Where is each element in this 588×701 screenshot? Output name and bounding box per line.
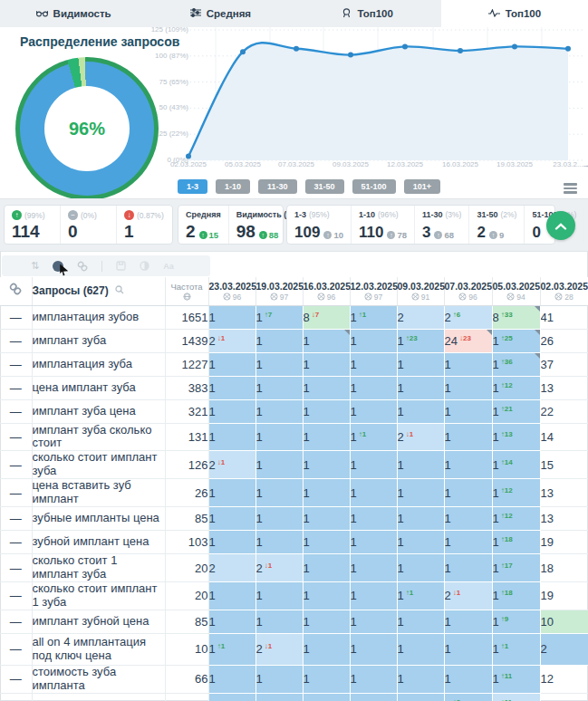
position-cell[interactable]: 1↑25 <box>492 329 540 352</box>
date-column-header[interactable]: 07.03.2025 96 <box>444 277 492 305</box>
position-cell[interactable]: 1 <box>255 665 303 693</box>
position-cell[interactable]: 1 <box>303 479 350 507</box>
position-cell[interactable]: 1 <box>208 610 255 633</box>
position-cell[interactable]: 1 <box>208 693 255 701</box>
range-button-51-100[interactable]: 51-100 <box>352 179 396 194</box>
position-cell[interactable]: 1 <box>208 479 255 507</box>
query-cell[interactable]: сколько стоит имплант 1 зуба <box>32 582 165 610</box>
position-cell[interactable]: 1 <box>255 479 303 507</box>
position-cell[interactable]: 1 <box>303 399 350 423</box>
row-drag-handle[interactable]: — <box>0 376 32 399</box>
position-cell[interactable]: 1 <box>255 531 303 554</box>
bucket-cell-31-50[interactable]: 31-50(2%) 2↑9 <box>468 206 524 244</box>
position-cell[interactable]: 1 <box>397 352 444 376</box>
row-drag-handle[interactable]: — <box>0 399 32 423</box>
query-cell[interactable]: сколько стоит имплант <box>32 693 165 701</box>
query-cell[interactable]: зубной имплант цена <box>32 531 165 554</box>
position-cell[interactable]: 1 <box>303 376 350 399</box>
query-cell[interactable]: имплант зубной цена <box>32 610 165 633</box>
position-cell[interactable]: 1 <box>397 376 444 399</box>
date-column-header[interactable]: 23.03.2025 96 <box>208 277 255 305</box>
table-row[interactable]: —имплантация зуба12271111111↑3637 <box>0 352 588 376</box>
table-row[interactable]: —имплант зубной цена851111111↑910 <box>0 610 588 633</box>
bucket-cell-1-3[interactable]: 1-3(95%) 109↑10 <box>287 206 351 244</box>
position-cell[interactable]: 1 <box>255 352 303 376</box>
position-cell[interactable]: 1 <box>255 451 303 479</box>
row-drag-handle[interactable]: — <box>0 479 32 507</box>
position-cell[interactable]: 1 <box>350 451 397 479</box>
range-button-1-3[interactable]: 1-3 <box>178 179 207 194</box>
position-cell[interactable]: 1 <box>444 399 492 423</box>
position-cell[interactable]: 1 <box>208 305 255 329</box>
position-cell[interactable]: 26 <box>540 329 588 352</box>
position-cell[interactable]: 2↓1 <box>255 554 303 582</box>
contrast-icon[interactable] <box>140 261 149 271</box>
bucket-cell-11-30[interactable]: 11-30(3%) 3↑68 <box>414 206 468 244</box>
query-cell[interactable]: сколько стоит имплант зуба <box>32 451 165 479</box>
position-cell[interactable]: 13 <box>540 376 588 399</box>
position-cell[interactable]: 3↑11 <box>492 693 540 701</box>
position-cell[interactable]: 1 <box>208 665 255 693</box>
position-cell[interactable]: 8↑33 <box>492 305 540 329</box>
position-cell[interactable]: 2 <box>208 554 255 582</box>
position-cell[interactable]: 8↓7 <box>303 305 350 329</box>
position-cell[interactable]: 1 <box>444 633 492 665</box>
position-cell[interactable]: 1 <box>444 610 492 633</box>
position-cell[interactable]: 1 <box>350 479 397 507</box>
position-cell[interactable]: 1↑2 <box>444 693 492 701</box>
position-cell[interactable]: 1↑17 <box>492 554 540 582</box>
position-cell[interactable]: 2↓1 <box>255 633 303 665</box>
position-cell[interactable]: 1 <box>208 531 255 554</box>
position-cell[interactable]: 1↑11 <box>492 665 540 693</box>
position-cell[interactable]: 1 <box>350 554 397 582</box>
position-cell[interactable]: 10 <box>540 610 588 633</box>
row-drag-handle[interactable]: — <box>0 610 32 633</box>
position-cell[interactable]: 13 <box>540 479 588 507</box>
position-cell[interactable]: 12 <box>540 665 588 693</box>
position-cell[interactable]: 1 <box>255 399 303 423</box>
position-cell[interactable]: 2↓1 <box>208 329 255 352</box>
table-row[interactable]: —имплант зуба сколько стоит1311111↑12↓11… <box>0 423 588 451</box>
row-drag-handle[interactable]: — <box>0 665 32 693</box>
view-toggle-icon[interactable] <box>53 261 63 272</box>
position-cell[interactable]: 1 <box>397 665 444 693</box>
position-cell[interactable]: 15 <box>540 451 588 479</box>
table-row[interactable]: —зубные импланты цена851111111↑1213 <box>0 507 588 531</box>
position-cell[interactable]: 1 <box>255 376 303 399</box>
position-cell[interactable]: 1 <box>255 693 303 701</box>
table-row[interactable]: —цена вставить зуб имплант261111111↑1213 <box>0 479 588 507</box>
table-row[interactable]: —сколько стоит имплант256111111↑23↑1114 <box>0 693 588 701</box>
table-row[interactable]: —сколько стоит имплант зуба1262↓1111111↑… <box>0 451 588 479</box>
table-row[interactable]: —сколько стоит 1 имплант зуба2022↓111111… <box>0 554 588 582</box>
position-cell[interactable]: 1↑23 <box>397 329 444 352</box>
position-cell[interactable]: 1 <box>444 451 492 479</box>
link-column-header[interactable] <box>0 277 32 305</box>
query-cell[interactable]: имплантация зуба <box>32 352 165 376</box>
position-cell[interactable]: 1 <box>350 531 397 554</box>
row-drag-handle[interactable]: — <box>0 352 32 376</box>
query-cell[interactable]: имплант зуба сколько стоит <box>32 423 165 451</box>
position-cell[interactable]: 1 <box>303 507 350 531</box>
frequency-column-header[interactable]: Частота <box>165 277 208 305</box>
position-cell[interactable]: 1 <box>350 352 397 376</box>
position-cell[interactable]: 1↑1 <box>492 633 540 665</box>
position-cell[interactable]: 1↑1 <box>208 633 255 665</box>
date-column-header[interactable]: 09.03.2025 91 <box>397 277 444 305</box>
position-cell[interactable]: 19 <box>540 582 588 610</box>
tab-top100-medal[interactable]: Топ100 <box>294 0 441 27</box>
position-cell[interactable]: 1 <box>397 479 444 507</box>
position-cell[interactable]: 1↑36 <box>492 352 540 376</box>
position-cell[interactable]: 14 <box>540 423 588 451</box>
row-drag-handle[interactable]: — <box>0 554 32 582</box>
position-cell[interactable]: 1↑1 <box>350 305 397 329</box>
position-cell[interactable]: 1 <box>397 610 444 633</box>
position-cell[interactable]: 2↓1 <box>444 582 492 610</box>
position-cell[interactable]: 1 <box>303 665 350 693</box>
position-cell[interactable]: 1 <box>303 693 350 701</box>
position-cell[interactable]: 1 <box>255 329 303 352</box>
sort-icon[interactable]: ⇅ <box>31 260 39 272</box>
query-cell[interactable]: цена вставить зуб имплант <box>32 479 165 507</box>
position-cell[interactable]: 1 <box>208 507 255 531</box>
range-button-11-30[interactable]: 11-30 <box>258 179 297 194</box>
search-icon[interactable] <box>115 284 124 297</box>
